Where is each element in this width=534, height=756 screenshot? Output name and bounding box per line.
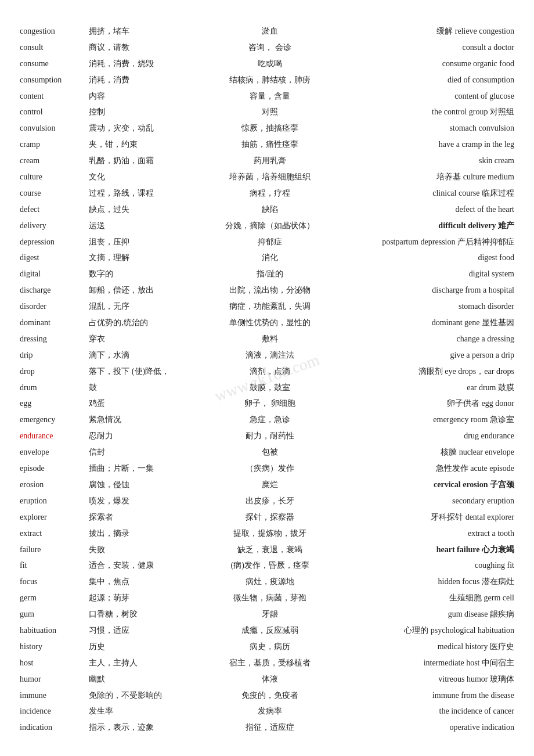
table-row: extract拔出，摘录提取，提炼物，拔牙extract a tooth: [17, 525, 517, 542]
vocab-en: difficult delivery 难产: [333, 218, 517, 234]
vocab-en: immune from the disease: [333, 687, 517, 704]
table-row: drop落下，投下 (使)降低，滴剂，点滴滴眼剂 eye drops，ear d…: [17, 363, 517, 380]
vocab-cn: 穿衣: [86, 331, 207, 347]
table-row: habituation习惯，适应成瘾，反应减弱心理的 psychological…: [17, 622, 517, 639]
vocab-word: digest: [17, 250, 86, 266]
vocab-word: dressing: [17, 331, 86, 347]
vocab-en: stomach convulsion: [333, 120, 517, 136]
table-row: dominant占优势的,统治的单侧性优势的，显性的dominant gene …: [17, 315, 517, 331]
vocab-en: clinical course 临床过程: [333, 185, 517, 201]
vocab-word: disorder: [17, 298, 86, 315]
table-row: episode插曲；片断，一集（疾病）发作急性发作 acute episode: [17, 460, 517, 477]
vocab-cn: 主人，主持人: [86, 655, 207, 671]
table-row: dressing穿衣敷料change a dressing: [17, 331, 517, 347]
vocab-mid: 惊厥，抽搐痉挛: [207, 120, 333, 136]
vocab-mid: 病程，疗程: [207, 185, 333, 201]
vocab-word: habituation: [17, 622, 86, 639]
vocab-mid: 滴剂，点滴: [207, 363, 333, 380]
vocab-mid: 分娩，摘除（如晶状体）: [207, 218, 333, 234]
table-row: explorer探索者探针，探察器牙科探针 dental explorer: [17, 509, 517, 525]
vocab-mid: 出皮疹，长牙: [207, 493, 333, 509]
vocab-cn: 历史: [86, 639, 207, 655]
vocab-en: gum disease 龈疾病: [333, 606, 517, 622]
vocab-en: give a person a drip: [333, 347, 517, 363]
vocab-en: 核膜 nuclear envelope: [333, 444, 517, 460]
vocab-mid: 微生物，病菌，芽孢: [207, 590, 333, 606]
vocab-word: dominant: [17, 315, 86, 331]
vocab-en: digital system: [333, 266, 517, 282]
table-row: egg鸡蛋卵子， 卵细胞卵子供者 egg donor: [17, 395, 517, 412]
vocab-mid: 咨询， 会诊: [207, 39, 333, 56]
vocab-mid: 缺陷: [207, 201, 333, 218]
vocab-en: coughing fit: [333, 557, 517, 574]
vocab-word: envelope: [17, 444, 86, 460]
vocab-mid: 病灶，疫源地: [207, 574, 333, 590]
table-row: immune免除的，不受影响的免疫的，免疫者immune from the di…: [17, 687, 517, 704]
vocab-en: 心理的 psychological habituation: [333, 622, 517, 639]
vocab-mid: 病史，病历: [207, 639, 333, 655]
vocab-mid: 容量，含量: [207, 88, 333, 105]
vocab-cn: 喷发，爆发: [86, 493, 207, 509]
vocab-en: postpartum depression 产后精神抑郁症: [333, 234, 517, 250]
vocab-word: congestion: [17, 23, 86, 39]
table-row: convulsion震动，灾变，动乱惊厥，抽搐痉挛stomach convuls…: [17, 120, 517, 136]
vocab-en: defect of the heart: [333, 201, 517, 218]
vocab-en: ear drum 鼓膜: [333, 380, 517, 396]
vocab-table: congestion拥挤，堵车淤血缓解 relieve congestionco…: [17, 23, 517, 736]
vocab-en: consult a doctor: [333, 39, 517, 56]
table-row: congestion拥挤，堵车淤血缓解 relieve congestion: [17, 23, 517, 39]
table-row: content内容容量，含量content of glucose: [17, 88, 517, 105]
vocab-mid: 糜烂: [207, 477, 333, 493]
vocab-cn: 混乱，无序: [86, 298, 207, 315]
table-row: cramp夹，钳，约束抽筋，痛性痉挛have a cramp in the le…: [17, 136, 517, 153]
vocab-word: digital: [17, 266, 86, 282]
vocab-mid: 抑郁症: [207, 234, 333, 250]
vocab-word: explorer: [17, 509, 86, 525]
vocab-en: hidden focus 潜在病灶: [333, 574, 517, 590]
vocab-cn: 文化: [86, 169, 207, 185]
vocab-cn: 口香糖，树胶: [86, 606, 207, 622]
vocab-cn: 乳酪，奶油，面霜: [86, 153, 207, 169]
table-row: emergency紧急情况急症，急诊emergency room 急诊室: [17, 412, 517, 428]
vocab-word: indication: [17, 719, 86, 736]
vocab-en: the incidence of cancer: [333, 703, 517, 719]
vocab-cn: 沮丧，压抑: [86, 234, 207, 250]
vocab-word: focus: [17, 574, 86, 590]
vocab-en: consume organic food: [333, 56, 517, 72]
vocab-word: egg: [17, 395, 86, 412]
vocab-mid: 病症，功能紊乱，失调: [207, 298, 333, 315]
vocab-cn: 适合，安装，健康: [86, 557, 207, 574]
table-row: digest文摘，理解消化digest food: [17, 250, 517, 266]
table-row: control控制对照the control group 对照组: [17, 104, 517, 120]
vocab-cn: 发生率: [86, 703, 207, 719]
vocab-en: the control group 对照组: [333, 104, 517, 120]
vocab-mid: 探针，探察器: [207, 509, 333, 525]
vocab-word: course: [17, 185, 86, 201]
vocab-en: operative indication: [333, 719, 517, 736]
vocab-en: stomach disorder: [333, 298, 517, 315]
vocab-word: host: [17, 655, 86, 671]
table-row: depression沮丧，压抑抑郁症postpartum depression …: [17, 234, 517, 250]
vocab-word: humor: [17, 671, 86, 687]
vocab-mid: 卵子， 卵细胞: [207, 395, 333, 412]
table-row: consumption消耗，消费结核病，肺结核，肺痨died of consum…: [17, 72, 517, 88]
vocab-word: consume: [17, 56, 86, 72]
vocab-word: convulsion: [17, 120, 86, 136]
vocab-mid: 指/趾的: [207, 266, 333, 282]
vocab-en: have a cramp in the leg: [333, 136, 517, 153]
table-row: humor幽默体液vitreous humor 玻璃体: [17, 671, 517, 687]
table-row: erosion腐蚀，侵蚀糜烂cervical erosion 子宫颈: [17, 477, 517, 493]
vocab-mid: 单侧性优势的，显性的: [207, 315, 333, 331]
vocab-word: drop: [17, 363, 86, 380]
vocab-word: drum: [17, 380, 86, 396]
vocab-cn: 免除的，不受影响的: [86, 687, 207, 704]
vocab-mid: 缺乏，衰退，衰竭: [207, 542, 333, 558]
vocab-word: delivery: [17, 218, 86, 234]
vocab-mid: 宿主，基质，受移植者: [207, 655, 333, 671]
vocab-mid: 药用乳膏: [207, 153, 333, 169]
vocab-en: vitreous humor 玻璃体: [333, 671, 517, 687]
vocab-en: 牙科探针 dental explorer: [333, 509, 517, 525]
vocab-word: content: [17, 88, 86, 105]
table-row: consult商议，请教咨询， 会诊consult a doctor: [17, 39, 517, 56]
vocab-mid: 成瘾，反应减弱: [207, 622, 333, 639]
